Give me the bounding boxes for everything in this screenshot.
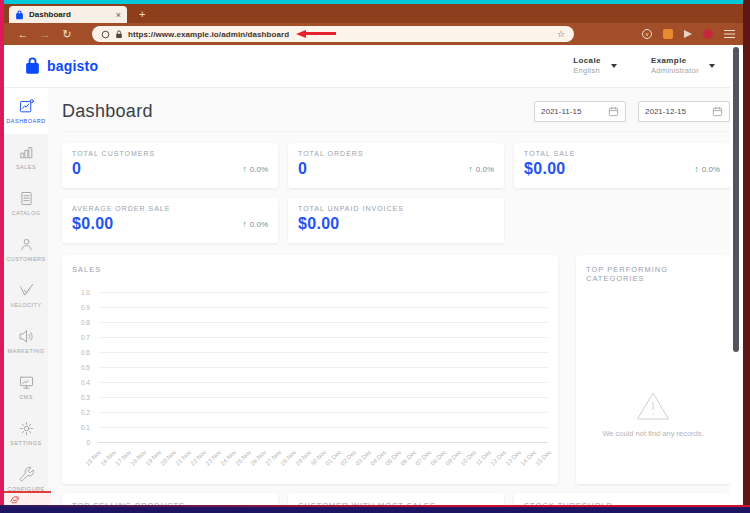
x-tick-label: 29 Nov: [295, 449, 313, 467]
sidebar-item-label: CMS: [19, 394, 33, 400]
sidebar-item-catalog[interactable]: CATALOG: [4, 180, 48, 226]
locale-switcher[interactable]: Locale English: [573, 56, 617, 75]
marketing-megaphone-icon: [18, 328, 35, 345]
bagisto-bag-icon: [24, 57, 41, 75]
browser-tab[interactable]: Dashboard ×: [9, 6, 127, 23]
reload-button[interactable]: ↻: [56, 28, 78, 41]
debugbar-toggle[interactable]: [4, 491, 51, 505]
debugbar-icon: [9, 494, 20, 504]
x-tick-label: 12 Dec: [490, 449, 508, 467]
lock-icon[interactable]: [115, 30, 123, 39]
x-tick-label: 10 Dec: [460, 449, 478, 467]
calendar-icon[interactable]: [712, 106, 723, 117]
date-from-field[interactable]: [534, 101, 626, 122]
x-tick-label: 01 Dec: [325, 449, 343, 467]
tab-close-button[interactable]: ×: [116, 10, 121, 20]
empty-state: We could not find any records.: [586, 389, 720, 438]
sidebar-item-label: SALES: [16, 164, 36, 170]
x-tick-label: 21 Nov: [175, 449, 193, 467]
locale-label: Locale: [573, 56, 601, 66]
gridline: [98, 292, 548, 293]
sidebar-item-cms[interactable]: CMS: [4, 364, 48, 410]
forward-button[interactable]: →: [34, 28, 56, 40]
y-tick-label: 0.4: [81, 379, 90, 386]
warning-triangle-icon: [634, 389, 672, 423]
x-tick-label: 02 Dec: [340, 449, 358, 467]
stat-delta: 0.0%: [476, 165, 494, 174]
sidebar-item-marketing[interactable]: MARKETING: [4, 318, 48, 364]
customers-person-icon: [18, 236, 35, 253]
bookmark-star-icon[interactable]: ☆: [557, 29, 565, 39]
top-categories-title: TOP PERFORMING CATEGORIES: [586, 265, 720, 283]
back-button[interactable]: ←: [12, 28, 34, 40]
sidebar-item-velocity[interactable]: VELOCITY: [4, 272, 48, 318]
stat-value: $0.00: [298, 215, 340, 233]
y-tick-label: 0.9: [81, 304, 90, 311]
bagisto-logo[interactable]: bagisto: [24, 57, 98, 75]
stat-label: AVERAGE ORDER SALE: [72, 205, 268, 212]
page-scrollbar-track[interactable]: [730, 45, 743, 507]
configure-wrench-icon: [18, 466, 35, 483]
url-text[interactable]: https://www.example.io/admin/dashboard: [128, 30, 289, 39]
catalog-document-icon: [18, 190, 35, 207]
user-role: Administrator: [651, 66, 699, 75]
sidebar-item-sales[interactable]: SALES: [4, 134, 48, 180]
x-tick-label: 17 Nov: [115, 449, 133, 467]
sidebar-item-label: DASHBOARD: [6, 118, 45, 124]
gridline: [98, 322, 548, 323]
stat-label: TOTAL ORDERS: [298, 150, 494, 157]
red-arrow-annotation: [296, 29, 336, 38]
calendar-icon[interactable]: [608, 106, 619, 117]
user-menu[interactable]: Example Administrator: [651, 56, 715, 75]
x-tick-label: 16 Nov: [100, 449, 118, 467]
stats-grid-spacer: [514, 198, 730, 243]
stat-label: TOTAL UNPAID INVOICES: [298, 205, 494, 212]
stat-card-total-customers: TOTAL CUSTOMERS 0 ↑0.0%: [62, 143, 278, 188]
y-tick-label: 0: [86, 439, 90, 446]
sidebar-item-settings[interactable]: SETTINGS: [4, 410, 48, 456]
chevron-down-icon: [709, 64, 715, 68]
gridline: [98, 427, 548, 428]
pocket-icon[interactable]: v: [642, 29, 652, 39]
gridline: [98, 367, 548, 368]
sidebar-item-label: CUSTOMERS: [6, 256, 46, 262]
charts-row: SALES 1.00.90.80.70.60.50.40.30.20.10 15…: [62, 255, 730, 484]
x-tick-label: 28 Nov: [280, 449, 298, 467]
page-scrollbar-thumb[interactable]: [733, 47, 739, 352]
frame-border-top: [0, 0, 750, 4]
menu-hamburger-icon[interactable]: [724, 30, 735, 32]
stat-value: 0: [72, 160, 81, 178]
date-from-input[interactable]: [541, 107, 601, 116]
x-tick-label: 19 Nov: [145, 449, 163, 467]
x-tick-label: 11 Dec: [475, 449, 492, 466]
x-tick-label: 13 Dec: [505, 449, 523, 467]
gridline: [98, 442, 548, 443]
y-tick-label: 0.5: [81, 364, 90, 371]
velocity-check-icon: [18, 282, 35, 299]
stat-value: $0.00: [524, 160, 566, 178]
tracking-protection-icon[interactable]: [101, 30, 110, 39]
new-tab-button[interactable]: +: [139, 6, 145, 23]
sidebar-item-customers[interactable]: CUSTOMERS: [4, 226, 48, 272]
sidebar-item-label: SETTINGS: [10, 440, 42, 446]
stat-card-average-order-sale: AVERAGE ORDER SALE $0.00 ↑0.0%: [62, 198, 278, 243]
x-tick-label: 08 Dec: [430, 449, 448, 467]
x-tick-label: 24 Nov: [220, 449, 238, 467]
extension-icon[interactable]: [663, 29, 673, 39]
x-tick-label: 26 Nov: [250, 449, 268, 467]
settings-gear-icon: [18, 420, 35, 437]
send-arrow-icon[interactable]: [684, 30, 692, 38]
sidebar-item-dashboard[interactable]: DASHBOARD: [4, 88, 48, 134]
frame-border-left: [0, 0, 4, 513]
date-to-field[interactable]: [638, 101, 730, 122]
stat-label: TOTAL CUSTOMERS: [72, 150, 268, 157]
sales-chart-y-axis: 1.00.90.80.70.60.50.40.30.20.10: [72, 292, 98, 442]
stats-grid: TOTAL CUSTOMERS 0 ↑0.0% TOTAL ORDERS 0 ↑…: [62, 143, 730, 243]
stat-value: $0.00: [72, 215, 114, 233]
x-tick-label: 05 Dec: [385, 449, 403, 467]
stat-value: 0: [298, 160, 307, 178]
recording-indicator-icon[interactable]: [703, 29, 713, 39]
gridline: [98, 412, 548, 413]
date-to-input[interactable]: [645, 107, 705, 116]
frame-border-right: [743, 0, 750, 513]
